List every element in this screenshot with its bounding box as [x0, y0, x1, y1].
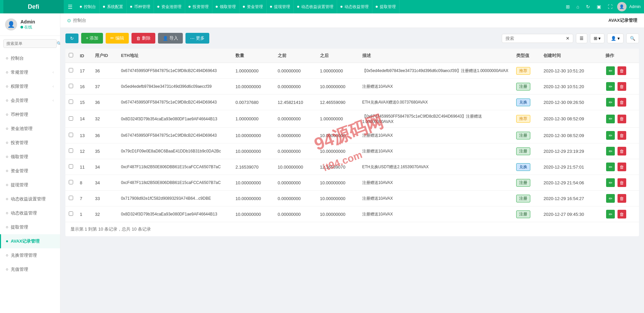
cell-after: 10.00000000	[317, 79, 359, 95]
row-checkbox[interactable]	[69, 196, 73, 200]
edit-row-button[interactable]: ✏	[606, 210, 615, 218]
row-checkbox[interactable]	[69, 100, 73, 104]
cell-eth: 0x6747459950FF5847875c1eC9fD8cB2C494D696…	[118, 128, 232, 143]
row-checkbox[interactable]	[69, 133, 73, 137]
edit-row-button[interactable]: ✏	[606, 82, 615, 91]
sidebar-item-avax[interactable]: AVAX记录管理	[0, 234, 60, 248]
sidebar-item-dynamic-settings[interactable]: 动态收益设置管理	[0, 192, 60, 206]
cell-desc: 注册赠送10AVAX	[359, 206, 513, 222]
search-button[interactable]: 🔍	[626, 34, 639, 43]
menu-dot	[6, 170, 8, 172]
edit-button[interactable]: ✏ 编辑	[106, 33, 129, 44]
row-checkbox[interactable]	[69, 68, 73, 72]
row-checkbox[interactable]	[69, 84, 73, 88]
delete-row-button[interactable]: 🗑	[618, 66, 626, 75]
logo: Defi	[3, 0, 64, 13]
edit-row-button[interactable]: ✏	[606, 147, 615, 155]
row-checkbox[interactable]	[69, 116, 73, 121]
nav-item-claim[interactable]: 领取管理	[212, 0, 239, 13]
sidebar-item-coin[interactable]: 币种管理	[0, 108, 60, 122]
menu-dot	[6, 128, 8, 130]
nav-item-invest[interactable]: 投资管理	[185, 0, 212, 13]
sidebar-item-claim[interactable]: 领取管理	[0, 150, 60, 164]
edit-row-button[interactable]: ✏	[606, 163, 615, 171]
nav-item-pool[interactable]: 资金池管理	[154, 0, 185, 13]
list-view-button[interactable]: ☰	[576, 34, 587, 43]
nav-item-system[interactable]: 系统配置	[100, 0, 127, 13]
sidebar-item-extract[interactable]: 提取管理	[0, 220, 60, 234]
edit-row-button[interactable]: ✏	[606, 98, 615, 107]
cell-before: 0.00000000	[274, 79, 317, 95]
nav-item-dashboard[interactable]: 控制台	[76, 0, 100, 13]
sidebar-search[interactable]: 🔍	[3, 39, 57, 48]
more-button[interactable]: ⋯ 更多	[185, 33, 209, 44]
cell-before: 0.00000000	[274, 175, 317, 191]
nav-item-extract[interactable]: 提取管理	[372, 0, 399, 13]
sidebar-item-member[interactable]: 会员管理 ﹤	[0, 93, 60, 108]
select-all-checkbox[interactable]	[69, 53, 73, 57]
add-button[interactable]: + 添加	[81, 33, 103, 44]
edit-row-button[interactable]: ✏	[606, 115, 615, 123]
type-badge: 注册	[516, 179, 530, 187]
row-checkbox[interactable]	[69, 211, 73, 216]
delete-row-button[interactable]: 🗑	[618, 131, 626, 140]
cell-created: 2020-12-30 10:51:20	[540, 63, 602, 79]
cell-before: 0.00000000	[274, 110, 317, 128]
sidebar-item-dynamic[interactable]: 动态收益管理	[0, 206, 60, 220]
nav-item-dynamic[interactable]: 动态收益管理	[337, 0, 372, 13]
edit-row-button[interactable]: ✏	[606, 66, 615, 75]
cell-type: 兑换	[513, 159, 540, 175]
delete-row-button[interactable]: 🗑	[618, 194, 626, 203]
grid-icon[interactable]: ⊞	[564, 3, 572, 11]
sidebar-item-regular[interactable]: 常规管理 ﹤	[0, 65, 60, 79]
sidebar-item-invest[interactable]: 投资管理	[0, 136, 60, 150]
delete-row-button[interactable]: 🗑	[618, 82, 626, 91]
delete-row-button[interactable]: 🗑	[618, 147, 626, 155]
sidebar-item-permission[interactable]: 权限管理 ﹤	[0, 79, 60, 93]
hamburger-icon[interactable]: ☰	[64, 4, 76, 10]
home-icon[interactable]: ⌂	[575, 3, 581, 11]
delete-button[interactable]: 🗑 删除	[131, 33, 155, 44]
table-row: 11 34 0xcF487F118d2B50E806DBB61E15caFCCA…	[65, 159, 639, 175]
import-button[interactable]: 👤 导入	[158, 33, 183, 44]
nav-item-withdraw[interactable]: 提现管理	[267, 0, 294, 13]
nav-item-funds[interactable]: 资金管理	[239, 0, 267, 13]
search-input[interactable]	[505, 36, 566, 41]
search-box[interactable]: ✕	[502, 34, 573, 43]
sidebar-item-withdraw[interactable]: 提现管理	[0, 178, 60, 192]
edit-row-button[interactable]: ✏	[606, 194, 615, 203]
cell-amount: 10.00000000	[232, 79, 274, 95]
settings-icon[interactable]: ▣	[595, 3, 603, 11]
cell-type: 注册	[513, 143, 540, 159]
fullscreen-icon[interactable]: ⛶	[606, 3, 614, 11]
edit-row-button[interactable]: ✏	[606, 131, 615, 140]
delete-row-button[interactable]: 🗑	[618, 98, 626, 107]
grid-view-button[interactable]: ⊞ ▾	[590, 34, 605, 43]
delete-row-button[interactable]: 🗑	[618, 178, 626, 187]
sidebar-item-recharge[interactable]: 充值管理	[0, 262, 60, 276]
cell-amount: 1.00000000	[232, 110, 274, 128]
delete-row-button[interactable]: 🗑	[618, 115, 626, 123]
filter-button[interactable]: 👤 ▾	[607, 34, 624, 43]
menu-dot	[6, 184, 8, 186]
cell-type: 注册	[513, 175, 540, 191]
edit-row-button[interactable]: ✏	[606, 178, 615, 187]
sidebar-item-pool[interactable]: 资金池管理	[0, 122, 60, 136]
nav-item-dynamic-settings[interactable]: 动态收益设置管理	[294, 0, 337, 13]
delete-row-button[interactable]: 🗑	[618, 163, 626, 171]
sidebar-item-funds[interactable]: 资金管理	[0, 164, 60, 178]
row-checkbox[interactable]	[69, 148, 73, 153]
sidebar-item-dashboard[interactable]: 控制台	[0, 51, 60, 65]
refresh-button[interactable]: ↻	[65, 34, 78, 43]
table-row: 13 36 0x6747459950FF5847875c1eC9fD8cB2C4…	[65, 128, 639, 143]
sidebar-item-exchange[interactable]: 兑换管理管理	[0, 248, 60, 262]
nav-item-coin[interactable]: 币种管理	[127, 0, 154, 13]
search-input[interactable]	[6, 41, 57, 46]
cell-id: 12	[76, 143, 92, 159]
row-checkbox[interactable]	[69, 180, 73, 184]
cell-after: 10.00000000	[317, 143, 359, 159]
delete-row-button[interactable]: 🗑	[618, 210, 626, 218]
menu-dot	[6, 254, 8, 256]
row-checkbox[interactable]	[69, 164, 73, 169]
refresh-icon[interactable]: ↻	[584, 3, 592, 11]
